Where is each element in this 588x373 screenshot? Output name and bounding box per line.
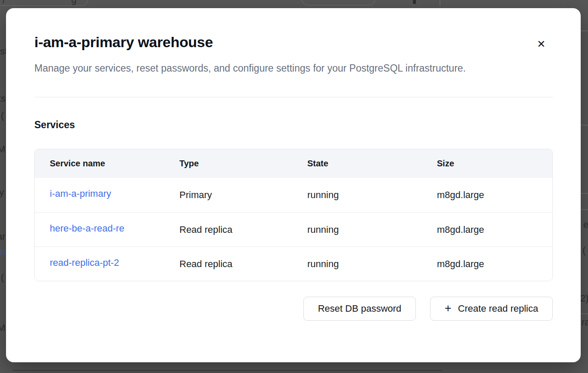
background-text-fragment: e (583, 219, 588, 230)
create-read-replica-button[interactable]: + Create read replica (430, 297, 553, 321)
table-row: read-replica-pt-2 Read replica running m… (35, 247, 552, 281)
service-name-link[interactable]: read-replica-pt-2 (50, 257, 119, 268)
close-icon[interactable]: ✕ (533, 36, 549, 52)
background-row-line (581, 30, 588, 31)
services-table: Service name Type State Size i-am-a-prim… (34, 149, 553, 281)
column-header-state: State (292, 159, 422, 168)
background-text-fragment: ra (582, 317, 588, 328)
column-header-service-name: Service name (35, 159, 164, 168)
modal-actions: Reset DB password + Create read replica (34, 297, 553, 321)
background-text-fragment: ry (0, 187, 4, 198)
table-row: i-am-a-primary Primary running m8gd.larg… (35, 178, 552, 212)
table-row: here-be-a-read-re Read replica running m… (35, 212, 552, 247)
service-state-cell: running (292, 259, 422, 270)
warehouse-modal: ✕ i-am-a-primary warehouse Manage your s… (6, 8, 581, 362)
service-type-cell: Read replica (164, 224, 292, 235)
section-divider (34, 97, 553, 97)
reset-db-password-button[interactable]: Reset DB password (303, 297, 416, 321)
service-size-cell: m8gd.large (422, 190, 552, 201)
background-row-line (581, 313, 588, 314)
modal-description: Manage your services, reset passwords, a… (34, 59, 521, 77)
service-state-cell: running (292, 190, 422, 201)
modal-title: i-am-a-primary warehouse (34, 33, 553, 51)
background-text-fragment: ks (0, 93, 6, 104)
background-text-fragment: / (3, 0, 5, 6)
create-read-replica-label: Create read replica (458, 303, 538, 314)
services-table-header: Service name Type State Size (35, 149, 552, 178)
background-row-line (581, 125, 588, 126)
service-size-cell: m8gd.large (422, 224, 552, 235)
service-name-link[interactable]: here-be-a-read-re (50, 223, 124, 234)
background-divider-fragment (439, 0, 440, 6)
plus-icon: + (445, 302, 452, 315)
service-type-cell: Primary (164, 190, 292, 201)
background-row-line (581, 193, 588, 194)
background-text-fragment: g (71, 0, 76, 6)
column-header-size: Size (422, 159, 552, 168)
service-name-link[interactable]: i-am-a-primary (50, 188, 111, 199)
background-row-line (581, 209, 588, 210)
services-heading: Services (34, 119, 553, 131)
background-bottom-line (13, 370, 442, 371)
service-size-cell: m8gd.large (422, 259, 552, 270)
service-type-cell: Read replica (164, 259, 292, 270)
background-card-fragment (301, 0, 376, 6)
service-state-cell: running (292, 224, 422, 235)
background-text-dot (413, 0, 416, 4)
background-text-fragment: ar (0, 231, 6, 242)
column-header-type: Type (164, 159, 292, 168)
background-text-fragment: ( (1, 272, 4, 283)
background-text-fragment: ( (1, 110, 4, 121)
background-text-fragment: 2) (580, 293, 588, 304)
reset-db-password-label: Reset DB password (318, 303, 401, 314)
background-link-fragment: in (0, 246, 5, 257)
background-text-fragment: ( (582, 245, 585, 256)
